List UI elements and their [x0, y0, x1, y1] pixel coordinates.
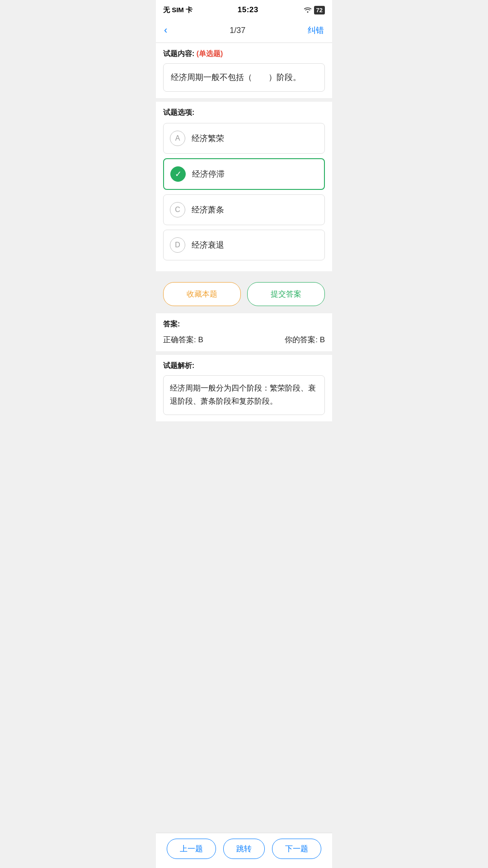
option-b[interactable]: ✓ 经济停滞 [163, 158, 325, 190]
question-section: 试题内容: (单选题) 经济周期一般不包括（ ）阶段。 [156, 43, 332, 98]
nav-bar: ‹ 1/37 纠错 [156, 18, 332, 43]
wifi-icon [304, 6, 312, 14]
option-c-key: C [175, 206, 180, 214]
progress-label: 1/37 [230, 26, 245, 35]
question-text: 经济周期一般不包括（ ）阶段。 [163, 63, 325, 92]
back-button[interactable]: ‹ [164, 24, 167, 36]
status-icons: 72 [304, 6, 325, 14]
sim-text: 无 SIM 卡 [163, 6, 192, 14]
option-b-circle: ✓ [170, 166, 186, 182]
answer-section: 答案: 正确答案: B 你的答案: B [156, 313, 332, 351]
correction-button[interactable]: 纠错 [308, 25, 324, 36]
action-buttons: 收藏本题 提交答案 [156, 275, 332, 313]
analysis-text: 经济周期一般分为四个阶段：繁荣阶段、衰退阶段、萧条阶段和复苏阶段。 [163, 375, 325, 415]
question-type: (单选题) [197, 50, 223, 57]
correct-answer: 正确答案: B [163, 335, 203, 345]
check-icon: ✓ [175, 169, 182, 179]
options-section: 试题选项: A 经济繁荣 ✓ 经济停滞 C 经济萧条 D [156, 102, 332, 271]
analysis-title: 试题解析: [163, 361, 325, 371]
option-a-circle: A [170, 131, 185, 146]
option-d[interactable]: D 经济衰退 [163, 230, 325, 260]
analysis-section: 试题解析: 经济周期一般分为四个阶段：繁荣阶段、衰退阶段、萧条阶段和复苏阶段。 [156, 355, 332, 421]
option-c[interactable]: C 经济萧条 [163, 194, 325, 225]
main-content: 试题内容: (单选题) 经济周期一般不包括（ ）阶段。 试题选项: A 经济繁荣… [156, 43, 332, 461]
collect-button[interactable]: 收藏本题 [163, 282, 241, 306]
option-d-key: D [175, 241, 180, 249]
options-label: 试题选项: [163, 108, 325, 118]
option-a-text: 经济繁荣 [192, 133, 224, 144]
option-c-text: 经济萧条 [192, 204, 224, 215]
question-label: 试题内容: (单选题) [163, 49, 325, 59]
option-c-circle: C [170, 202, 185, 217]
option-d-text: 经济衰退 [192, 240, 224, 250]
time-display: 15:23 [238, 5, 258, 14]
battery-indicator: 72 [314, 6, 325, 14]
option-a[interactable]: A 经济繁荣 [163, 123, 325, 154]
question-label-prefix: 试题内容: [163, 50, 194, 57]
submit-button[interactable]: 提交答案 [247, 282, 325, 306]
your-answer: 你的答案: B [285, 335, 325, 345]
answer-row: 正确答案: B 你的答案: B [163, 335, 325, 345]
option-b-text: 经济停滞 [192, 169, 225, 179]
option-a-key: A [175, 134, 180, 142]
status-bar: 无 SIM 卡 15:23 72 [156, 0, 332, 18]
answer-title: 答案: [163, 320, 325, 329]
option-d-circle: D [170, 237, 185, 253]
